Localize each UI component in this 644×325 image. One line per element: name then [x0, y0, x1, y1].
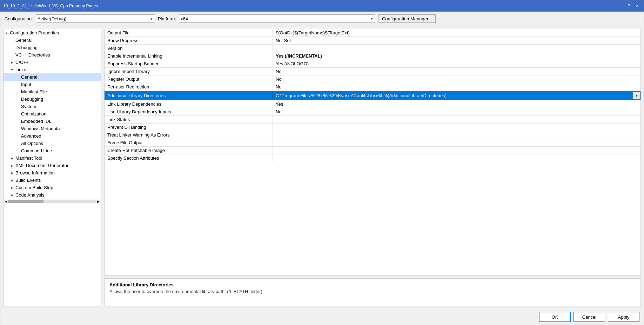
prop-row-treat-linker-warning[interactable]: Treat Linker Warning As Errors — [105, 131, 640, 139]
sidebar-item-linker-manifest-file[interactable]: Manifest File — [4, 88, 101, 95]
platform-select[interactable]: x64 ▼ — [179, 14, 375, 23]
prop-row-use-library-dep-inputs[interactable]: Use Library Dependency InputsNo — [105, 108, 640, 116]
toolbar: Configuration: Active(Debug) ▼ Platform:… — [0, 12, 644, 26]
prop-row-link-status[interactable]: Link Status — [105, 116, 640, 124]
config-manager-button[interactable]: Configuration Manager... — [378, 14, 436, 23]
scrollbar-track[interactable] — [8, 200, 96, 203]
sidebar-item-linker-general[interactable]: General — [4, 73, 101, 81]
prop-row-output-file[interactable]: Output File$(OutDir)$(TargetName)$(Targe… — [105, 29, 640, 37]
prop-value-create-hot-patchable — [273, 147, 640, 154]
sidebar-item-linker-input[interactable]: Input — [4, 81, 101, 88]
props-container: Output File$(OutDir)$(TargetName)$(Targe… — [105, 29, 640, 162]
prop-name-use-library-dep-inputs: Use Library Dependency Inputs — [105, 108, 273, 115]
tree-expand-icon: ▶ — [9, 164, 15, 167]
prop-value-show-progress: Not Set — [273, 37, 640, 44]
sidebar-item-vc-directories[interactable]: VC++ Directories — [4, 51, 101, 59]
prop-name-treat-linker-warning: Treat Linker Warning As Errors — [105, 131, 273, 139]
sidebar-item-linker-system[interactable]: System — [4, 103, 101, 110]
tree-item-label: Embedded IDL — [20, 118, 52, 124]
sidebar-item-linker-command-line[interactable]: Command Line — [4, 147, 101, 154]
tree-item-label: Linker — [15, 67, 28, 73]
description-title: Additional Library Directories — [109, 282, 636, 287]
right-panel: Output File$(OutDir)$(TargetName)$(Targe… — [104, 29, 641, 306]
tree-expand-icon: ▶ — [9, 186, 15, 190]
tree-item-label: Custom Build Step — [15, 185, 54, 191]
sidebar-item-linker-all-options[interactable]: All Options — [4, 140, 101, 147]
sidebar-item-linker[interactable]: ▼Linker — [4, 66, 101, 73]
sidebar-item-linker-advanced[interactable]: Advanced — [4, 132, 101, 140]
config-select[interactable]: Active(Debug) ▼ — [36, 14, 155, 23]
prop-name-additional-library-dirs: Additional Library Directories — [105, 91, 273, 100]
sidebar-item-xml-doc-generator[interactable]: ▶XML Document Generator — [4, 162, 101, 169]
tree-item-label: XML Document Generator — [15, 162, 69, 168]
prop-value-version — [273, 45, 640, 52]
prop-row-per-user-redirection[interactable]: Per-user RedirectionNo — [105, 83, 640, 91]
close-button[interactable]: ✕ — [634, 2, 641, 9]
prop-value-treat-linker-warning — [273, 131, 640, 139]
prop-value-link-library-deps: Yes — [273, 100, 640, 108]
sidebar-item-general[interactable]: General — [4, 37, 101, 44]
prop-value-force-file-output — [273, 139, 640, 146]
tree-item-label: System — [20, 104, 37, 110]
sidebar-item-linker-optimization[interactable]: Optimization — [4, 110, 101, 118]
prop-name-create-hot-patchable: Create Hot Patchable Image — [105, 147, 273, 154]
tree-item-label: Build Events — [15, 177, 41, 183]
scroll-right-arrow[interactable]: ▶ — [97, 200, 100, 203]
sidebar-item-code-analysis[interactable]: ▶Code Analysis — [4, 191, 101, 199]
tree-item-label: All Options — [20, 140, 44, 146]
prop-name-force-file-output: Force File Output — [105, 139, 273, 146]
sidebar-item-linker-debugging[interactable]: Debugging — [4, 95, 101, 103]
sidebar-item-browse-information[interactable]: ▶Browse Information — [4, 169, 101, 177]
prop-name-version: Version — [105, 45, 273, 52]
tree-expand-icon: ▲ — [4, 31, 9, 35]
prop-name-link-library-deps: Link Library Dependencies — [105, 100, 273, 108]
config-label: Configuration: — [5, 16, 33, 21]
prop-row-force-file-output[interactable]: Force File Output — [105, 139, 640, 147]
prop-row-version[interactable]: Version — [105, 45, 640, 52]
prop-row-prevent-dll-binding[interactable]: Prevent Dll Binding — [105, 124, 640, 131]
tree-item-label: General — [20, 74, 38, 80]
platform-label: Platform: — [158, 16, 176, 21]
help-button[interactable]: ? — [625, 2, 632, 9]
prop-name-output-file: Output File — [105, 29, 273, 37]
sidebar-tree: ▲Configuration PropertiesGeneralDebuggin… — [4, 29, 101, 199]
main-window: 10_10_2_A1_HelloWorld_VS_Cpp Property Pa… — [0, 0, 644, 325]
config-select-arrow: ▼ — [150, 17, 153, 21]
prop-value-use-library-dep-inputs: No — [273, 108, 640, 115]
scroll-left-arrow[interactable]: ◀ — [5, 200, 7, 203]
tree-expand-icon: ▶ — [9, 193, 15, 197]
prop-value-prevent-dll-binding — [273, 124, 640, 131]
prop-row-link-library-deps[interactable]: Link Library DependenciesYes — [105, 100, 640, 108]
prop-value-enable-incremental: Yes (/INCREMENTAL) — [273, 52, 640, 60]
apply-button[interactable]: Apply — [608, 312, 639, 322]
ok-button[interactable]: OK — [539, 312, 571, 322]
sidebar-scrollbar[interactable]: ◀ ▶ — [4, 199, 101, 204]
sidebar: ▲Configuration PropertiesGeneralDebuggin… — [3, 29, 101, 306]
sidebar-item-config-properties[interactable]: ▲Configuration Properties — [4, 29, 101, 37]
prop-row-show-progress[interactable]: Show ProgressNot Set — [105, 37, 640, 45]
tree-item-label: Optimization — [20, 111, 47, 117]
sidebar-item-manifest-tool[interactable]: ▶Manifest Tool — [4, 154, 101, 162]
tree-item-label: Windows Metadata — [20, 126, 61, 132]
sidebar-item-build-events[interactable]: ▶Build Events — [4, 177, 101, 184]
cancel-button[interactable]: Cancel — [573, 312, 605, 322]
prop-row-ignore-import-library[interactable]: Ignore Import LibraryNo — [105, 68, 640, 75]
sidebar-item-debugging[interactable]: Debugging — [4, 44, 101, 51]
description-box: Additional Library Directories Allows th… — [104, 278, 641, 306]
sidebar-item-cpp[interactable]: ▶C/C++ — [4, 59, 101, 66]
tree-item-label: VC++ Directories — [15, 52, 51, 58]
prop-row-specify-section-attrs[interactable]: Specify Section Attributes — [105, 154, 640, 162]
prop-row-create-hot-patchable[interactable]: Create Hot Patchable Image — [105, 147, 640, 154]
prop-row-suppress-startup-banner[interactable]: Suppress Startup BannerYes (/NOLOGO) — [105, 60, 640, 68]
sidebar-item-custom-build-step[interactable]: ▶Custom Build Step — [4, 184, 101, 191]
prop-dropdown-arrow[interactable]: ▼ — [633, 92, 640, 99]
tree-expand-icon: ▶ — [9, 157, 15, 160]
prop-value-suppress-startup-banner: Yes (/NOLOGO) — [273, 60, 640, 67]
sidebar-item-linker-embedded-idl[interactable]: Embedded IDL — [4, 118, 101, 125]
prop-row-additional-library-dirs[interactable]: Additional Library DirectoriesC:\Program… — [105, 91, 640, 100]
sidebar-item-linker-windows-metadata[interactable]: Windows Metadata — [4, 125, 101, 132]
prop-row-enable-incremental[interactable]: Enable Incremental LinkingYes (/INCREMEN… — [105, 52, 640, 60]
prop-row-register-output[interactable]: Register OutputNo — [105, 75, 640, 83]
prop-name-per-user-redirection: Per-user Redirection — [105, 83, 273, 91]
prop-name-suppress-startup-banner: Suppress Startup Banner — [105, 60, 273, 67]
